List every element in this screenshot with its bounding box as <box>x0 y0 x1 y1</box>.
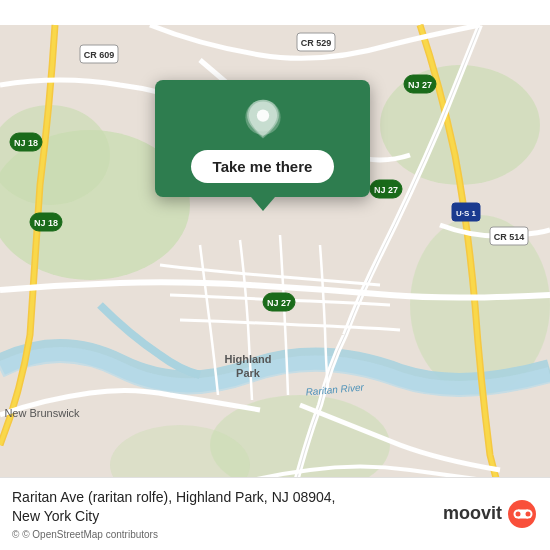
svg-text:NJ 18: NJ 18 <box>34 218 58 228</box>
map-container: CR 529 CR 529 NJ 27 NJ 27 NJ 27 NJ 18 NJ… <box>0 0 550 550</box>
location-pin-icon <box>241 98 285 142</box>
osm-icon: © <box>12 529 19 540</box>
svg-text:NJ 27: NJ 27 <box>408 80 432 90</box>
osm-credit-text: © © OpenStreetMap contributors <box>12 529 433 540</box>
moovit-icon <box>506 498 538 530</box>
svg-point-39 <box>526 511 531 516</box>
svg-point-33 <box>256 109 268 121</box>
svg-text:CR 529: CR 529 <box>301 38 332 48</box>
address-text: Raritan Ave (raritan rolfe), Highland Pa… <box>12 488 433 527</box>
svg-text:NJ 18: NJ 18 <box>14 138 38 148</box>
svg-text:CR 609: CR 609 <box>84 50 115 60</box>
svg-text:U·S 1: U·S 1 <box>456 209 477 218</box>
svg-text:CR 514: CR 514 <box>494 232 525 242</box>
popup-card: Take me there <box>155 80 370 197</box>
bottom-info-bar: Raritan Ave (raritan rolfe), Highland Pa… <box>0 477 550 550</box>
svg-point-38 <box>516 511 521 516</box>
take-me-there-button[interactable]: Take me there <box>191 150 335 183</box>
moovit-text: moovit <box>443 503 502 524</box>
moovit-logo: moovit <box>443 498 538 530</box>
svg-text:NJ 27: NJ 27 <box>267 298 291 308</box>
svg-text:Park: Park <box>236 367 261 379</box>
svg-text:NJ 27: NJ 27 <box>374 185 398 195</box>
svg-text:New Brunswick: New Brunswick <box>4 407 80 419</box>
bottom-info-text: Raritan Ave (raritan rolfe), Highland Pa… <box>12 488 433 540</box>
svg-text:Highland: Highland <box>224 353 271 365</box>
